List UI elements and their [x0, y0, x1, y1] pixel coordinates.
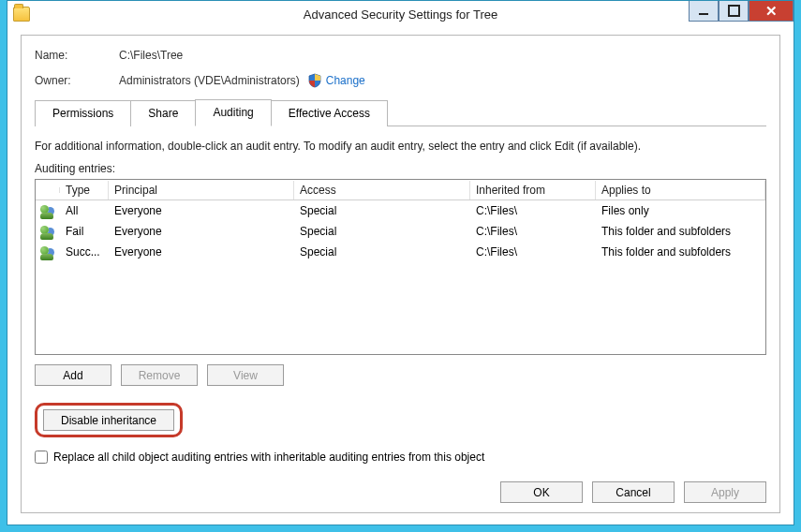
close-button[interactable]: ✕ — [749, 1, 794, 22]
col-type[interactable]: Type — [60, 181, 109, 200]
col-applies[interactable]: Applies to — [596, 181, 765, 200]
disable-inheritance-highlight: Disable inheritance — [35, 403, 183, 437]
content-panel: Name: C:\Files\Tree Owner: Administrator… — [21, 35, 780, 513]
replace-child-checkbox[interactable] — [35, 451, 48, 464]
grid-header: Type Principal Access Inherited from App… — [36, 180, 765, 200]
minimize-button[interactable] — [689, 1, 719, 22]
window-controls: ✕ — [689, 1, 794, 22]
auditing-entries-label: Auditing entries: — [35, 162, 766, 175]
cell-type: Succ... — [60, 243, 109, 261]
cell-principal: Everyone — [109, 201, 294, 220]
table-row[interactable]: Fail Everyone Special C:\Files\ This fol… — [36, 221, 765, 242]
cell-type: All — [60, 201, 109, 220]
tab-effective-access[interactable]: Effective Access — [271, 100, 388, 126]
disable-inheritance-button[interactable]: Disable inheritance — [43, 409, 174, 431]
dialog-footer-buttons: OK Cancel Apply — [500, 481, 766, 503]
cell-inherited: C:\Files\ — [470, 243, 596, 261]
tab-permissions[interactable]: Permissions — [35, 100, 131, 126]
owner-label: Owner: — [35, 74, 119, 87]
col-principal[interactable]: Principal — [109, 181, 294, 200]
users-icon — [40, 224, 55, 239]
owner-value: Administrators (VDE\Administrators) — [119, 74, 300, 87]
name-label: Name: — [35, 49, 119, 62]
change-owner-link[interactable]: Change — [326, 74, 365, 87]
owner-row: Owner: Administrators (VDE\Administrator… — [35, 73, 766, 88]
tab-share[interactable]: Share — [130, 100, 196, 126]
entry-buttons: Add Remove View — [35, 364, 766, 386]
cell-applies: Files only — [596, 201, 765, 220]
cell-access: Special — [294, 243, 470, 261]
tab-strip: Permissions Share Auditing Effective Acc… — [35, 99, 766, 126]
remove-button: Remove — [121, 364, 198, 386]
cell-inherited: C:\Files\ — [470, 201, 596, 220]
ok-button[interactable]: OK — [500, 481, 583, 503]
users-icon — [40, 244, 55, 259]
add-button[interactable]: Add — [35, 364, 111, 386]
col-access[interactable]: Access — [294, 181, 470, 200]
name-value: C:\Files\Tree — [119, 49, 183, 62]
name-row: Name: C:\Files\Tree — [35, 49, 766, 62]
titlebar[interactable]: Advanced Security Settings for Tree ✕ — [7, 1, 794, 27]
table-row[interactable]: All Everyone Special C:\Files\ Files onl… — [36, 200, 765, 221]
auditing-grid[interactable]: Type Principal Access Inherited from App… — [35, 179, 766, 355]
instructions-text: For additional information, double-click… — [35, 140, 766, 153]
cell-principal: Everyone — [109, 222, 294, 241]
view-button: View — [207, 364, 284, 386]
cell-principal: Everyone — [109, 243, 294, 261]
col-inherited[interactable]: Inherited from — [470, 181, 596, 200]
cell-inherited: C:\Files\ — [470, 222, 596, 241]
apply-button: Apply — [684, 481, 766, 503]
security-settings-window: Advanced Security Settings for Tree ✕ Na… — [7, 0, 794, 525]
cell-access: Special — [294, 222, 470, 241]
col-icon[interactable] — [36, 187, 60, 193]
replace-checkbox-row: Replace all child object auditing entrie… — [35, 451, 766, 464]
users-icon — [40, 203, 55, 218]
cell-access: Special — [294, 201, 470, 220]
table-row[interactable]: Succ... Everyone Special C:\Files\ This … — [36, 242, 765, 262]
window-title: Advanced Security Settings for Tree — [7, 7, 794, 22]
cell-type: Fail — [60, 222, 109, 241]
cell-applies: This folder and subfolders — [596, 222, 765, 241]
maximize-button[interactable] — [719, 1, 749, 22]
shield-icon — [307, 73, 322, 88]
cancel-button[interactable]: Cancel — [592, 481, 675, 503]
replace-child-label: Replace all child object auditing entrie… — [53, 451, 484, 464]
cell-applies: This folder and subfolders — [596, 243, 765, 261]
tab-auditing[interactable]: Auditing — [195, 99, 271, 126]
